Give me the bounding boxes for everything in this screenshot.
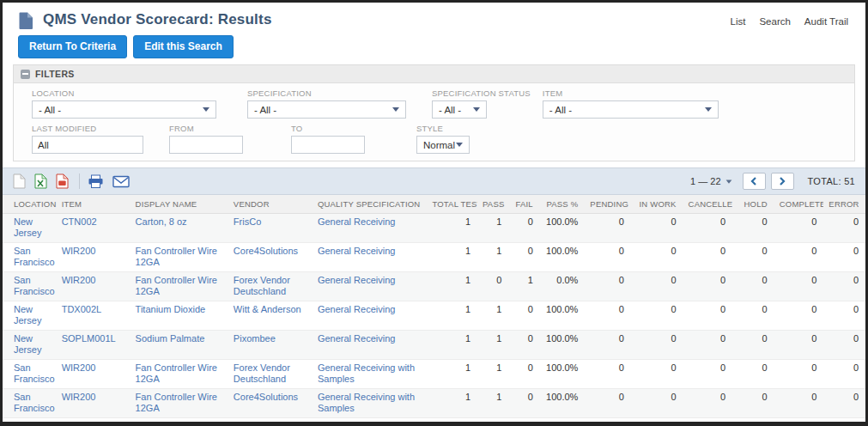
cell-link[interactable]: WIR200 <box>57 271 131 301</box>
style-filter-select[interactable]: Normal <box>416 136 470 154</box>
column-header-total-tests[interactable]: TOTAL TESTS▲ <box>427 195 477 214</box>
next-page-button[interactable] <box>771 173 794 190</box>
column-header-in-work[interactable]: IN WORK <box>631 195 683 214</box>
cell-link[interactable]: General Receiving with Samples <box>313 359 427 388</box>
cell-link[interactable]: General Receiving with Samples <box>313 388 427 417</box>
location-filter-select[interactable]: - All - <box>32 100 216 119</box>
item-filter-value: - All - <box>549 105 572 115</box>
print-icon[interactable] <box>88 174 104 189</box>
specification-filter-select[interactable]: - All - <box>247 100 406 119</box>
filters-title: FILTERS <box>35 69 75 79</box>
column-header-complete[interactable]: COMPLETE <box>774 195 824 214</box>
chevron-down-icon <box>203 107 209 112</box>
item-filter-label: ITEM <box>543 88 719 98</box>
cell-link[interactable]: Forex Vendor Canada <box>228 417 313 426</box>
filter-row-2: LAST MODIFIEDFROMTOSTYLENormal <box>32 124 854 154</box>
cell-link[interactable]: Titanium Dioxide <box>131 301 228 330</box>
previous-page-button[interactable] <box>743 173 766 190</box>
cell-value: 1 <box>508 271 539 301</box>
cell-link[interactable]: Forex Vendor Deutschland <box>228 271 313 301</box>
cell-link[interactable]: SOPLM001L <box>57 330 131 359</box>
cell-value: 1 <box>477 214 508 243</box>
cell-link[interactable]: Sodium Palmate <box>131 330 228 359</box>
collapse-icon[interactable] <box>21 70 30 79</box>
column-header-item[interactable]: ITEM <box>57 195 131 214</box>
specification-filter-value: - All - <box>254 105 276 115</box>
column-header-quality-specification[interactable]: QUALITY SPECIFICATION <box>313 195 427 214</box>
cell-link[interactable]: General Receiving <box>313 271 427 301</box>
column-header-pass[interactable]: PASS <box>477 195 508 214</box>
item-filter-select[interactable]: - All - <box>543 100 719 119</box>
column-header-pass-[interactable]: PASS % <box>540 195 586 214</box>
cell-link[interactable]: QFP200 <box>57 417 131 426</box>
column-header-vendor[interactable]: VENDOR <box>228 195 313 214</box>
cell-value: 100.0% <box>540 242 586 271</box>
cell-link[interactable]: General Receiving <box>313 417 427 426</box>
cell-link[interactable]: Forex Vendor Deutschland <box>228 359 313 388</box>
cell-link[interactable]: San Francisco <box>3 242 57 271</box>
cell-link[interactable]: SMT Integrate Circuit Quad Flat Pack <box>131 417 228 426</box>
pdf-export-icon[interactable] <box>56 173 69 189</box>
cell-link[interactable]: Witt & Anderson <box>228 301 313 330</box>
cell-value: 0 <box>631 359 683 388</box>
cell-link[interactable]: Fan Controller Wire 12GA <box>131 271 228 301</box>
cell-link[interactable]: CTN002 <box>57 214 131 243</box>
cell-link[interactable]: New Jersey <box>3 330 57 359</box>
cell-value: 0 <box>683 330 733 359</box>
cell-value: 0 <box>631 242 683 271</box>
cell-link[interactable]: WIR200 <box>57 359 131 388</box>
title-bar: QMS Vendor Scorecard: Results ListSearch… <box>3 3 865 32</box>
cell-link[interactable]: Fan Controller Wire 12GA <box>131 388 228 417</box>
cell-link[interactable]: General Receiving <box>313 214 427 243</box>
column-header-cancelled[interactable]: CANCELLED <box>683 195 733 214</box>
specification-status-filter-select[interactable]: - All - <box>432 100 487 119</box>
cell-link[interactable]: New Jersey <box>3 214 57 243</box>
cell-value: 0 <box>631 417 683 426</box>
cell-link[interactable]: Core4Solutions <box>228 388 313 417</box>
cell-link[interactable]: San Francisco <box>3 271 57 301</box>
email-icon[interactable] <box>112 175 130 188</box>
cell-link[interactable]: FrisCo <box>228 214 313 243</box>
app-window: QMS Vendor Scorecard: Results ListSearch… <box>0 0 868 426</box>
column-header-location[interactable]: LOCATION <box>3 195 57 214</box>
cell-value: 0 <box>774 417 824 426</box>
cell-link[interactable]: TDX002L <box>57 301 131 330</box>
page-range-selector[interactable]: 1 — 22 <box>690 176 731 186</box>
column-header-display-name[interactable]: DISPLAY NAME <box>131 195 228 214</box>
cell-value: 0 <box>631 214 683 243</box>
column-header-error[interactable]: ERROR <box>823 195 865 214</box>
cell-link[interactable]: WIR200 <box>57 388 131 417</box>
from-filter-input[interactable] <box>169 136 243 154</box>
cell-link[interactable]: General Receiving <box>313 330 427 359</box>
cell-value: 0 <box>508 359 539 388</box>
last-modified-filter-input[interactable] <box>32 136 143 154</box>
cell-link[interactable]: Fan Controller Wire 12GA <box>131 359 228 388</box>
cell-link[interactable]: San Francisco <box>3 417 57 426</box>
cell-value: 100.0% <box>540 301 586 330</box>
cell-link[interactable]: Pixombee <box>228 330 313 359</box>
nav-search[interactable]: Search <box>759 16 790 27</box>
table-row: San FranciscoWIR200Fan Controller Wire 1… <box>3 359 865 388</box>
pager: 1 — 22 TOTAL: 51 <box>690 173 855 190</box>
nav-list[interactable]: List <box>731 16 746 27</box>
cell-link[interactable]: San Francisco <box>3 359 57 388</box>
cell-link[interactable]: General Receiving <box>313 301 427 330</box>
cell-link[interactable]: San Francisco <box>3 388 57 417</box>
to-filter-input[interactable] <box>291 136 365 154</box>
excel-export-icon[interactable] <box>34 173 47 189</box>
column-header-hold[interactable]: HOLD <box>732 195 774 214</box>
edit-this-search-button[interactable]: Edit this Search <box>133 35 234 58</box>
nav-audit-trail[interactable]: Audit Trail <box>804 16 848 27</box>
return-to-criteria-button[interactable]: Return To Criteria <box>18 35 127 58</box>
column-header-fail[interactable]: FAIL <box>508 195 539 214</box>
csv-export-icon[interactable] <box>13 173 26 189</box>
cell-link[interactable]: Carton, 8 oz <box>131 214 228 243</box>
cell-link[interactable]: Core4Solutions <box>228 242 313 271</box>
cell-link[interactable]: Fan Controller Wire 12GA <box>131 242 228 271</box>
filters-panel: FILTERS LOCATION- All -SPECIFICATION- Al… <box>13 64 855 161</box>
column-header-pending[interactable]: PENDING <box>585 195 631 214</box>
cell-link[interactable]: General Receiving <box>313 242 427 271</box>
document-icon <box>18 11 34 30</box>
cell-link[interactable]: WIR200 <box>57 242 131 271</box>
cell-link[interactable]: New Jersey <box>3 301 57 330</box>
